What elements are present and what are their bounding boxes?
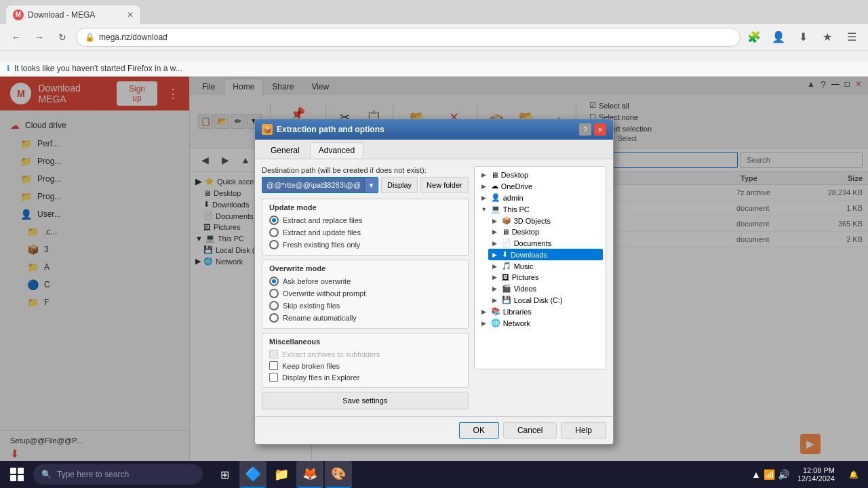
update-mode-section: Update mode Extract and replace files Ex… (262, 199, 469, 256)
tree-node-videos[interactable]: ▶ 🎬 Videos (488, 283, 603, 294)
notification-center-button[interactable]: 🔔 (843, 464, 865, 485)
display-button[interactable]: Display (381, 177, 418, 193)
desktop-sub-expand[interactable]: ▶ (491, 228, 499, 236)
overwrite-option-2[interactable]: Overwrite without prompt (269, 287, 461, 300)
tray-arrow-icon[interactable]: ▲ (751, 469, 761, 480)
dialog-tab-general[interactable]: General (262, 142, 309, 159)
dialog-help-button[interactable]: ? (579, 123, 591, 136)
tree-node-admin[interactable]: ▶ 👤 admin (477, 192, 603, 203)
overwrite-label-2: Overwrite without prompt (283, 289, 366, 298)
tree-node-local-disk[interactable]: ▶ 💾 Local Disk (C:) (488, 294, 603, 306)
refresh-button[interactable]: ↻ (53, 28, 72, 47)
cancel-button[interactable]: Cancel (503, 422, 557, 439)
tab-close-button[interactable]: ✕ (127, 10, 134, 20)
music-node-label: Music (514, 262, 534, 270)
tree-node-downloads[interactable]: ▶ ⬇ Downloads (488, 249, 603, 260)
misc-option-3[interactable]: Display files in Explorer (269, 371, 461, 383)
speaker-icon[interactable]: 🔊 (778, 469, 789, 480)
3d-node-icon: 📦 (502, 216, 511, 225)
ok-button[interactable]: OK (459, 422, 499, 439)
tree-node-pictures[interactable]: ▶ 🖼 Pictures (488, 272, 603, 283)
tree-node-desktop-sub[interactable]: ▶ 🖥 Desktop (488, 226, 603, 237)
update-radio-1 (269, 216, 279, 225)
dialog-footer: OK Cancel Help (255, 416, 613, 444)
3d-expand-button[interactable]: ▶ (491, 217, 499, 225)
local-disk-expand[interactable]: ▶ (491, 296, 499, 304)
tree-node-desktop[interactable]: ▶ 🖥 Desktop (477, 169, 603, 180)
taskbar-firefox[interactable]: 🦊 (296, 461, 323, 488)
destination-input[interactable] (262, 181, 364, 189)
tree-node-this-pc[interactable]: ▼ 💻 This PC (477, 203, 603, 215)
account-button[interactable]: 👤 (769, 28, 788, 47)
tree-node-3d-objects[interactable]: ▶ 📦 3D Objects (488, 215, 603, 226)
tree-node-libraries[interactable]: ▶ 📚 Libraries (477, 306, 603, 317)
admin-expand-button[interactable]: ▶ (480, 194, 488, 202)
desktop-expand-button[interactable]: ▶ (480, 171, 488, 179)
videos-expand[interactable]: ▶ (491, 285, 499, 293)
this-pc-node-label: This PC (503, 205, 530, 214)
address-bar[interactable]: 🔒 mega.nz/download (76, 28, 741, 47)
this-pc-expand-button[interactable]: ▼ (480, 205, 488, 214)
update-mode-option-1[interactable]: Extract and replace files (269, 214, 461, 226)
documents-expand[interactable]: ▶ (491, 239, 499, 247)
miscellaneous-section: Miscellaneous Extract archives to subfol… (262, 333, 469, 388)
libraries-node-label: Libraries (503, 308, 532, 316)
destination-controls: ▼ Display New folder (262, 177, 469, 193)
onedrive-expand-button[interactable]: ▶ (480, 182, 488, 190)
dialog-tab-advanced[interactable]: Advanced (310, 142, 363, 159)
overwrite-option-1[interactable]: Ask before overwrite (269, 275, 461, 287)
tab-favicon: M (13, 9, 24, 20)
forward-button[interactable]: → (30, 28, 49, 47)
misc-option-1[interactable]: Extract archives to subfolders (269, 348, 461, 360)
downloads-expand[interactable]: ▶ (491, 251, 499, 259)
back-button[interactable]: ← (7, 28, 26, 47)
browser-chrome: M Download - MEGA ✕ ← → ↻ 🔒 mega.nz/down… (0, 0, 868, 61)
taskbar-task-view[interactable]: ⊞ (211, 461, 238, 488)
taskbar-search[interactable]: 🔍 Type here to search (33, 464, 203, 485)
this-pc-node-icon: 💻 (491, 205, 500, 214)
taskbar-app-colorful[interactable]: 🎨 (325, 461, 352, 488)
taskbar-file-explorer[interactable]: 📁 (268, 461, 295, 488)
search-icon: 🔍 (41, 470, 52, 479)
tree-node-onedrive[interactable]: ▶ ☁ OneDrive (477, 180, 603, 192)
menu-button[interactable]: ☰ (842, 28, 861, 47)
active-tab[interactable]: M Download - MEGA ✕ (5, 5, 141, 24)
edge-icon: 🔷 (245, 466, 262, 482)
dialog-close-button[interactable]: ✕ (594, 123, 606, 136)
music-expand[interactable]: ▶ (491, 262, 499, 270)
videos-node-label: Videos (514, 285, 536, 293)
notification-bar: ℹ It looks like you haven't started Fire… (0, 61, 868, 77)
overwrite-option-3[interactable]: Skip existing files (269, 300, 461, 312)
3d-node-label: 3D Objects (514, 217, 551, 225)
libraries-expand[interactable]: ▶ (480, 308, 488, 316)
local-disk-node-label: Local Disk (C:) (514, 296, 563, 304)
firefox-icon: 🦊 (302, 466, 317, 481)
admin-node-label: admin (503, 194, 524, 202)
wifi-icon[interactable]: 📶 (764, 469, 775, 480)
system-clock[interactable]: 12:08 PM 12/14/2024 (792, 466, 840, 483)
tree-node-network[interactable]: ▶ 🌐 Network (477, 317, 603, 329)
network-expand[interactable]: ▶ (480, 319, 488, 327)
taskbar: 🔍 Type here to search ⊞ 🔷 📁 🦊 🎨 ▲ 📶 🔊 12… (0, 461, 868, 488)
extensions-button[interactable]: 🧩 (745, 28, 764, 47)
new-folder-button[interactable]: New folder (420, 177, 469, 193)
update-mode-option-3[interactable]: Fresh existing files only (269, 239, 461, 251)
network-node-label: Network (503, 319, 530, 327)
update-mode-option-2[interactable]: Extract and update files (269, 226, 461, 239)
help-dialog-button[interactable]: Help (561, 422, 606, 439)
tree-node-documents[interactable]: ▶ 📄 Documents (488, 237, 603, 249)
tree-node-music[interactable]: ▶ 🎵 Music (488, 260, 603, 272)
overwrite-option-4[interactable]: Rename automatically (269, 312, 461, 324)
start-button[interactable] (3, 461, 31, 488)
save-settings-button[interactable]: Save settings (262, 392, 469, 409)
videos-node-icon: 🎬 (502, 284, 511, 293)
overwrite-label-1: Ask before overwrite (283, 277, 351, 285)
destination-dropdown-button[interactable]: ▼ (364, 178, 378, 192)
overwrite-label-4: Rename automatically (283, 314, 357, 322)
misc-option-2[interactable]: Keep broken files (269, 360, 461, 371)
taskbar-edge[interactable]: 🔷 (239, 461, 267, 488)
destination-input-wrap: ▼ (262, 177, 378, 193)
downloads-button[interactable]: ⬇ (793, 28, 812, 47)
bookmarks-button[interactable]: ★ (818, 28, 837, 47)
pictures-expand[interactable]: ▶ (491, 273, 499, 281)
